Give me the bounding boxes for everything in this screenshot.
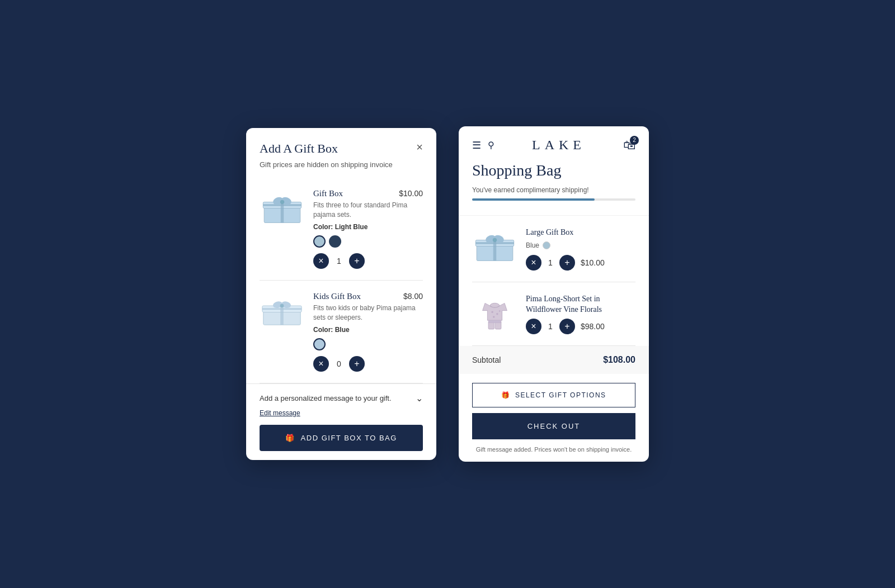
- gift-item-2-swatches: [313, 338, 423, 350]
- bag-item-1-qty: 1: [547, 258, 554, 267]
- bag-title: Shopping Bag: [472, 162, 635, 179]
- bag-qty-decrease-1[interactable]: ×: [526, 255, 541, 271]
- gift-box-modal: Add A Gift Box × Gift prices are hidden …: [246, 128, 436, 459]
- qty-increase-1[interactable]: +: [349, 253, 365, 269]
- bag-item-1-price: $10.00: [581, 258, 605, 267]
- gift-box-kids-image: [260, 292, 304, 331]
- search-icon[interactable]: ⚲: [488, 140, 494, 150]
- subtotal-value: $108.00: [603, 355, 635, 365]
- gift-item-2-color-label: Color: Blue: [313, 326, 423, 334]
- gift-item-2-qty-controls: × 0 +: [313, 356, 423, 372]
- select-gift-options-button[interactable]: 🎁 SELECT GIFT OPTIONS: [472, 383, 635, 407]
- shopping-bag-panel: ☰ ⚲ LAKE 🛍 2 Shopping Bag You've earned …: [459, 126, 649, 462]
- select-gift-label: SELECT GIFT OPTIONS: [515, 391, 606, 399]
- gift-item-1-color-label: Color: Light Blue: [313, 223, 423, 231]
- svg-rect-3: [263, 205, 301, 207]
- gift-item-1-qty-controls: × 1 +: [313, 253, 423, 269]
- edit-message-link[interactable]: Edit message: [260, 409, 423, 417]
- gift-message-note: Gift message added. Prices won't be on s…: [472, 446, 635, 453]
- checkout-button[interactable]: CHECK OUT: [472, 413, 635, 439]
- gift-item-2-price: $8.00: [403, 292, 423, 301]
- bag-item-1-qty-price: × 1 + $10.00: [526, 255, 635, 271]
- bag-navigation: ☰ ⚲ LAKE 🛍 2: [472, 137, 635, 153]
- gift-item-1-desc: Fits three to four standard Pima pajama …: [313, 201, 423, 220]
- gift-item-1-qty: 1: [336, 257, 342, 265]
- qty-decrease-2[interactable]: ×: [313, 356, 329, 372]
- shipping-progress-bar: [472, 198, 635, 201]
- shipping-progress-fill: [472, 198, 595, 201]
- bag-item-1-color-dot: [543, 241, 550, 249]
- bag-qty-decrease-2[interactable]: ×: [526, 319, 541, 334]
- bag-items-list: Large Gift Box Blue × 1 + $10.00: [459, 216, 649, 346]
- close-button[interactable]: ×: [416, 141, 423, 153]
- bag-item-2-image: [472, 293, 517, 333]
- chevron-down-icon: ⌄: [416, 393, 423, 404]
- bag-item-1-name: Large Gift Box: [526, 227, 635, 238]
- subtotal-label: Subtotal: [472, 355, 501, 364]
- gift-item-2-details: Kids Gift Box $8.00 Fits two kids or bab…: [313, 292, 423, 372]
- svg-point-22: [496, 313, 498, 315]
- svg-rect-27: [488, 320, 501, 323]
- gift-item-1-price: $10.00: [399, 189, 423, 198]
- gift-item-1-top: Gift Box $10.00: [313, 189, 423, 201]
- gift-options-icon: 🎁: [501, 391, 511, 399]
- bag-item-2-price: $98.00: [581, 322, 605, 331]
- gift-item-1-name: Gift Box: [313, 189, 343, 198]
- gift-item-2-name: Kids Gift Box: [313, 292, 361, 301]
- svg-rect-10: [262, 307, 302, 310]
- bag-actions: 🎁 SELECT GIFT OPTIONS CHECK OUT Gift mes…: [459, 374, 649, 462]
- qty-decrease-1[interactable]: ×: [313, 253, 329, 269]
- bag-header: ☰ ⚲ LAKE 🛍 2 Shopping Bag You've earned …: [459, 126, 649, 216]
- modal-title: Add A Gift Box: [260, 141, 338, 156]
- swatch-light-blue[interactable]: [313, 235, 326, 248]
- swatch-dark-navy[interactable]: [329, 235, 341, 248]
- gift-item-2: Kids Gift Box $8.00 Fits two kids or bab…: [260, 281, 423, 383]
- bag-count-badge: 2: [630, 136, 639, 145]
- svg-point-21: [491, 311, 493, 313]
- gift-icon: 🎁: [285, 434, 295, 442]
- bag-item-2: Pima Long-Short Set in Wildflower Vine F…: [472, 282, 635, 346]
- modal-content: Gift Box $10.00 Fits three to four stand…: [246, 178, 436, 383]
- bag-nav-left: ☰ ⚲: [472, 139, 494, 151]
- bag-item-2-qty: 1: [547, 322, 554, 331]
- qty-increase-2[interactable]: +: [349, 356, 365, 372]
- svg-point-24: [498, 310, 500, 312]
- add-gift-to-bag-button[interactable]: 🎁 ADD GIFT BOX TO BAG: [260, 425, 423, 451]
- swatch-blue[interactable]: [313, 338, 326, 350]
- gift-item-1-swatches: [313, 235, 423, 248]
- bag-item-1-color: Blue: [526, 241, 635, 249]
- bag-item-2-details: Pima Long-Short Set in Wildflower Vine F…: [526, 293, 635, 334]
- modal-footer: Add a personalized message to your gift.…: [246, 383, 436, 460]
- bag-item-1-color-text: Blue: [526, 241, 539, 249]
- bag-item-2-qty-price: × 1 + $98.00: [526, 319, 635, 334]
- bag-item-1-image: [472, 227, 517, 266]
- gift-item-2-qty: 0: [336, 359, 342, 368]
- bag-item-2-name: Pima Long-Short Set in Wildflower Vine F…: [526, 293, 635, 315]
- svg-point-23: [493, 316, 495, 318]
- bag-qty-increase-1[interactable]: +: [559, 255, 575, 271]
- add-gift-btn-label: ADD GIFT BOX TO BAG: [301, 434, 397, 442]
- bag-item-1-details: Large Gift Box Blue × 1 + $10.00: [526, 227, 635, 271]
- gift-item-2-desc: Fits two kids or baby Pima pajama sets o…: [313, 304, 423, 323]
- bag-qty-increase-2[interactable]: +: [559, 319, 575, 334]
- shipping-message: You've earned complimentary shipping!: [472, 186, 635, 194]
- gift-item-1-details: Gift Box $10.00 Fits three to four stand…: [313, 189, 423, 269]
- personalized-msg-text: Add a personalized message to your gift.: [260, 394, 392, 402]
- svg-point-20: [492, 238, 496, 242]
- svg-point-6: [280, 200, 284, 204]
- modal-header: Add A Gift Box ×: [246, 128, 436, 160]
- modal-subtitle: Gift prices are hidden on shipping invoi…: [246, 160, 436, 178]
- svg-point-13: [280, 304, 284, 307]
- svg-rect-17: [475, 242, 514, 244]
- bag-icon-container[interactable]: 🛍 2: [623, 138, 635, 153]
- gift-item-1: Gift Box $10.00 Fits three to four stand…: [260, 178, 423, 281]
- brand-logo: LAKE: [532, 137, 586, 153]
- gift-item-2-top: Kids Gift Box $8.00: [313, 292, 423, 304]
- hamburger-icon[interactable]: ☰: [472, 139, 481, 151]
- gift-box-large-image: [260, 189, 304, 228]
- personalized-message-toggle[interactable]: Add a personalized message to your gift.…: [260, 393, 423, 404]
- bag-subtotal: Subtotal $108.00: [459, 346, 649, 374]
- bag-item-1: Large Gift Box Blue × 1 + $10.00: [472, 216, 635, 282]
